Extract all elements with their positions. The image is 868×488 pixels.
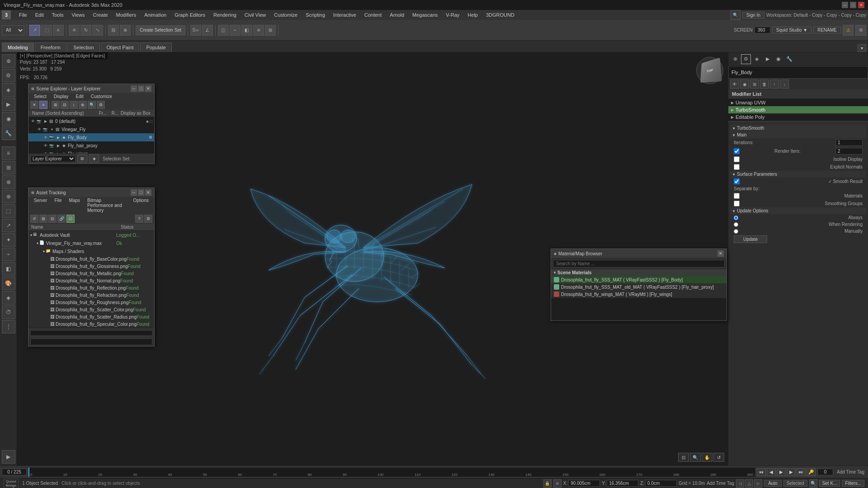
viewport-config-icon[interactable]: ⊞ bbox=[2, 161, 15, 174]
at-tb-active[interactable]: ☑ bbox=[66, 215, 75, 223]
show-in-viewport-icon[interactable]: 👁 bbox=[730, 80, 739, 89]
at-tb-expand[interactable]: ⊞ bbox=[39, 215, 47, 223]
menu-modifiers[interactable]: Modifiers bbox=[113, 11, 140, 19]
command-panel-modify[interactable]: ⚙ bbox=[2, 69, 15, 82]
delete-modifier-icon[interactable]: 🗑 bbox=[760, 80, 769, 89]
at-scrollbar-h[interactable] bbox=[30, 330, 152, 336]
key-btn1[interactable]: ◁ bbox=[736, 479, 744, 488]
menu-graph-editors[interactable]: Graph Editors bbox=[171, 11, 209, 19]
se-restore-btn[interactable]: □ bbox=[138, 85, 144, 92]
move-up-icon[interactable]: ↑ bbox=[770, 80, 779, 89]
se-close-btn[interactable]: ✕ bbox=[145, 85, 151, 92]
at-path-input[interactable] bbox=[30, 338, 152, 345]
se-tb-expand-all[interactable]: ⊞ bbox=[52, 101, 60, 109]
when-rendering-radio[interactable] bbox=[734, 222, 738, 227]
smooth-result-checkbox[interactable] bbox=[734, 178, 740, 184]
render-iters-checkbox[interactable] bbox=[734, 148, 740, 154]
tree-row-flybody[interactable]: 👁 📷 ▶ ◈ Fly_Body ⚙ bbox=[28, 133, 154, 141]
select-region-btn[interactable]: ⬚ bbox=[41, 25, 52, 36]
at-restore-btn[interactable]: □ bbox=[138, 189, 144, 196]
scene-explorer-titlebar[interactable]: ⊞ Scene Explorer - Layer Explorer ─ □ ✕ bbox=[28, 84, 154, 93]
menu-animation[interactable]: Animation bbox=[141, 11, 170, 19]
at-row-normal[interactable]: 🖼 Drosophila_fruit_fly_Normal.png Found bbox=[28, 277, 154, 284]
menu-vray[interactable]: V-Ray bbox=[442, 11, 463, 19]
schematic-btn[interactable]: ⊞ bbox=[265, 25, 276, 36]
at-row-vault[interactable]: ▾ 🏛 Autodesk Vault Logged O... bbox=[28, 231, 154, 239]
at-row-scatter-radius[interactable]: 🖼 Drosophila_fruit_fly_Scatter_Radius.pn… bbox=[28, 313, 154, 320]
scene-explorer-icon[interactable]: ≡ bbox=[2, 146, 15, 160]
menu-3dground[interactable]: 3DGROUND bbox=[482, 11, 518, 19]
at-tb-resolve[interactable]: 🔗 bbox=[57, 215, 66, 223]
filters-btn[interactable]: Filters... bbox=[842, 480, 864, 487]
at-row-scatter-color[interactable]: 🖼 Drosophila_fruit_fly_Scatter_Color.png… bbox=[28, 306, 154, 313]
at-row-specular-color[interactable]: 🖼 Drosophila_fruit_fly_Specular_Color.pn… bbox=[28, 320, 154, 328]
viewport-nav-cube[interactable]: TOP bbox=[696, 57, 723, 84]
explicit-normals-checkbox[interactable] bbox=[734, 164, 740, 170]
tab-freeform[interactable]: Freeform bbox=[35, 42, 67, 52]
create-selection-set-button[interactable]: Create Selection Set bbox=[136, 25, 185, 35]
viewport-nav-icon[interactable]: ▶ bbox=[2, 450, 15, 464]
cp-modify-icon[interactable]: ⚙ bbox=[741, 54, 751, 64]
materials-checkbox[interactable] bbox=[734, 193, 740, 199]
at-menu-maps[interactable]: Maps bbox=[66, 197, 84, 213]
at-row-glossiness[interactable]: 🖼 Drosophila_fruit_fly_Glossiness.png Fo… bbox=[28, 263, 154, 270]
menu-help[interactable]: Help bbox=[464, 11, 481, 19]
play-btn[interactable]: ▶ bbox=[777, 468, 786, 476]
menu-tools[interactable]: Tools bbox=[48, 11, 67, 19]
tree-row-vinegarfly[interactable]: 👁 📷 ▾ ▤ Vinegar_Fly bbox=[28, 125, 154, 133]
angle-snap-btn[interactable]: ∠ bbox=[202, 25, 213, 36]
cp-create-icon[interactable]: ⊕ bbox=[730, 54, 740, 64]
menu-megascans[interactable]: Megascans bbox=[409, 11, 441, 19]
tab-dropdown[interactable]: ▾ bbox=[858, 44, 866, 52]
tree-expand-fb[interactable]: ▶ bbox=[56, 135, 61, 140]
se-footer-btn1[interactable]: ⊞ bbox=[77, 155, 87, 163]
se-minimize-btn[interactable]: ─ bbox=[131, 85, 137, 92]
tree-row-flywings[interactable]: 👁 📷 ▶ ◈ Fly_wings bbox=[28, 150, 154, 153]
isoline-checkbox[interactable] bbox=[734, 156, 740, 162]
object-name-field[interactable]: Fly_Body bbox=[728, 66, 868, 79]
at-tb-refresh[interactable]: ↺ bbox=[30, 215, 38, 223]
modifier-item-turbosmooth[interactable]: ▶ TurboSmooth bbox=[728, 106, 868, 113]
se-menu-display[interactable]: Display bbox=[50, 94, 72, 99]
menu-create[interactable]: Create bbox=[90, 11, 112, 19]
lock2-icon[interactable]: ⊘ bbox=[553, 479, 561, 488]
z-input[interactable] bbox=[645, 480, 677, 487]
extras-icon[interactable]: ⋮ bbox=[2, 320, 15, 333]
lock-icon[interactable]: 🔒 bbox=[543, 479, 552, 488]
snap-icon[interactable]: ⊗ bbox=[2, 175, 15, 189]
key-btn3[interactable]: ▷ bbox=[754, 479, 762, 488]
menu-content[interactable]: Content bbox=[361, 11, 386, 19]
tree-expand-fw[interactable]: ▶ bbox=[56, 151, 61, 153]
select-filter-btn[interactable]: ≡ bbox=[53, 25, 64, 36]
se-menu-edit[interactable]: Edit bbox=[72, 94, 87, 99]
align-btn[interactable]: ⫟ bbox=[230, 25, 241, 36]
tools-icon[interactable]: ⚙ bbox=[855, 25, 866, 36]
coord-icon[interactable]: ⊕ bbox=[2, 190, 15, 203]
move-btn[interactable]: ✛ bbox=[69, 25, 80, 36]
frame-input[interactable]: 360 bbox=[755, 27, 770, 33]
command-panel-hierarchy[interactable]: ◈ bbox=[2, 83, 15, 97]
at-row-refraction[interactable]: 🖼 Drosophila_fruit_fly_Refraction.png Fo… bbox=[28, 291, 154, 299]
iterations-input[interactable] bbox=[835, 139, 863, 146]
se-tb-group[interactable]: ⊕ bbox=[79, 101, 87, 109]
at-row-metallic[interactable]: 🖼 Drosophila_fruit_fly_Metallic.png Foun… bbox=[28, 270, 154, 277]
mat-section-header[interactable]: ▾ Scene Materials bbox=[551, 269, 726, 276]
mat-item-1[interactable]: Drosophila_frut_fly_SSS_MAT ( VRayFastSS… bbox=[551, 276, 726, 283]
cp-utilities-icon[interactable]: 🔧 bbox=[784, 54, 794, 64]
mat-close-btn[interactable]: ✕ bbox=[717, 250, 724, 257]
set-key-btn[interactable]: Set K... bbox=[819, 480, 840, 487]
tab-populate[interactable]: Populate bbox=[140, 42, 171, 52]
mat-search-input[interactable] bbox=[553, 260, 725, 267]
zoom-btn[interactable]: 🔍 bbox=[690, 453, 701, 462]
key-btn2[interactable]: △ bbox=[745, 479, 753, 488]
menu-customize[interactable]: Customize bbox=[270, 11, 301, 19]
selection-icon[interactable]: ⬚ bbox=[2, 204, 15, 218]
transform-icon[interactable]: ↗ bbox=[2, 219, 15, 232]
menu-rendering[interactable]: Rendering bbox=[210, 11, 240, 19]
at-row-basecolor[interactable]: 🖼 Drosophila_fruit_fly_BaseColor.png Fou… bbox=[28, 255, 154, 263]
animation-icon[interactable]: ⏱ bbox=[2, 305, 15, 319]
se-menu-customize[interactable]: Customize bbox=[87, 94, 116, 99]
pan-btn[interactable]: ✋ bbox=[702, 453, 712, 462]
mat-item-3[interactable]: Drosophila_frut_fly_wings_MAT ( VRayMtl … bbox=[551, 291, 726, 298]
zoom-extents-btn[interactable]: ⊡ bbox=[678, 453, 689, 462]
